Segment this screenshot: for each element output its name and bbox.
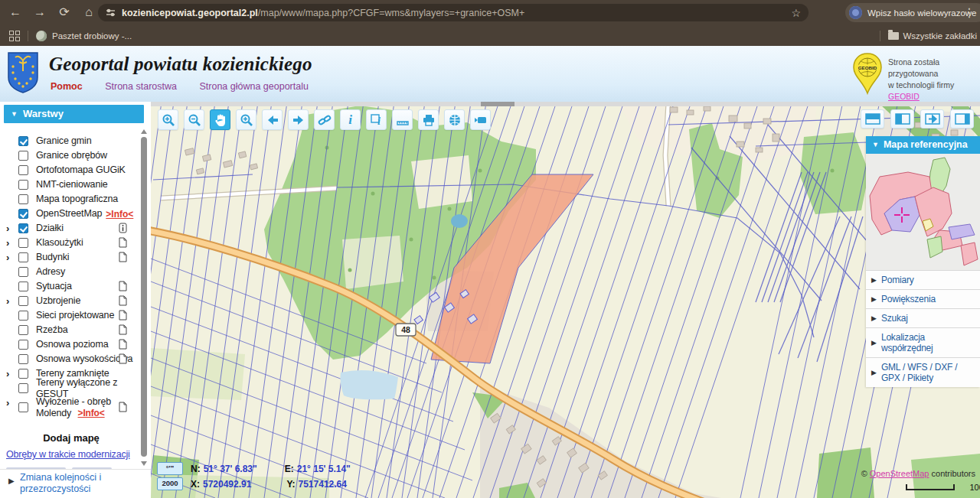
checkbox[interactable] [18, 311, 28, 321]
layer-mapa-topograficzna[interactable]: Mapa topograficzna [6, 192, 139, 207]
checkbox[interactable] [18, 151, 28, 161]
checkbox[interactable] [18, 354, 28, 364]
legend-icon[interactable] [119, 339, 127, 350]
layer-dzialki[interactable]: ›Działki [6, 221, 139, 236]
layer-ortofotomapa[interactable]: Ortofotomapa GUGiK [6, 163, 139, 177]
previous-view-button[interactable] [262, 109, 283, 130]
reference-minimap[interactable] [866, 154, 980, 270]
layers-panel-header[interactable]: ▼Warstwy [4, 105, 144, 123]
layer-osnowa-wysokosciowa[interactable]: Osnowa wysokościowa [6, 352, 139, 366]
link-button[interactable] [314, 109, 335, 130]
expand-icon[interactable]: › [6, 396, 18, 409]
checkbox-checked[interactable] [18, 136, 28, 146]
zoom-in-button[interactable] [158, 109, 178, 130]
checkbox[interactable] [18, 340, 28, 350]
home-icon[interactable]: ⌂ [80, 3, 98, 21]
legend-icon[interactable] [119, 281, 127, 291]
legend-icon[interactable] [119, 237, 127, 248]
scrollbar-thumb[interactable] [141, 137, 147, 457]
layer-nmt[interactable]: NMT-cieniowanie [6, 177, 139, 192]
accordion-powiekszenia[interactable]: ▶Powiększenia [866, 289, 980, 308]
layer-openstreetmap[interactable]: OpenStreetMap>Info< [6, 207, 139, 221]
next-view-button[interactable] [288, 109, 309, 130]
map-horizontal-scrollbar[interactable] [151, 102, 980, 106]
panel-right-button[interactable] [950, 109, 974, 129]
legend-icon[interactable] [119, 324, 127, 335]
layer-rzezba[interactable]: Rzeźba [6, 323, 139, 337]
apps-grid-icon[interactable] [9, 31, 20, 41]
pan-button[interactable] [210, 109, 230, 130]
checkbox-checked[interactable] [18, 223, 28, 233]
scrollbar-thumb[interactable] [481, 102, 514, 106]
layer-budynki[interactable]: ›Budynki [6, 250, 139, 265]
all-bookmarks-button[interactable]: Wszystkie zakładki [903, 31, 978, 41]
layer-granice-obrebow[interactable]: Granice obrębów [6, 148, 139, 163]
checkbox[interactable] [18, 282, 28, 291]
accordion-gml-export[interactable]: ▶GML / WFS / DXF / GPX / Pikiety [866, 357, 980, 387]
checkbox[interactable] [18, 194, 28, 204]
site-settings-icon[interactable] [106, 8, 116, 18]
expand-icon[interactable]: › [6, 367, 18, 380]
reference-map-header[interactable]: ▼Mapa referencyjna [866, 136, 980, 154]
bookmark-item[interactable]: Pasztet drobiowy -... [52, 31, 132, 41]
legend-icon[interactable] [119, 252, 127, 262]
layer-sytuacja[interactable]: Sytuacja [6, 279, 139, 294]
layer-tereny-wylaczone[interactable]: Tereny wyłączone z GESUT [6, 381, 139, 395]
checkbox[interactable] [18, 180, 28, 190]
info-button[interactable]: i [340, 109, 361, 130]
back-icon[interactable]: ← [6, 3, 24, 21]
accordion-lokalizacja[interactable]: ▶Lokalizacja współrzędnej [866, 327, 980, 357]
checkbox[interactable] [18, 252, 28, 262]
layer-wylozenie-molendy[interactable]: › Wyłożenie - obręb Molendy >Info< [6, 395, 139, 422]
geobid-link[interactable]: GEOBID [888, 92, 920, 101]
legend-icon[interactable] [119, 310, 127, 321]
accordion-szukaj[interactable]: ▶Szukaj [866, 308, 980, 327]
bookmark-star-icon[interactable]: ☆ [791, 7, 801, 19]
print-button[interactable] [418, 109, 439, 130]
expand-icon[interactable]: › [6, 251, 18, 264]
order-opacity-section[interactable]: ▶ Zmiana kolejności i przezroczystości [0, 469, 151, 498]
map-viewport[interactable]: 48 i i [151, 102, 980, 498]
modernization-link[interactable]: Obręby w trakcie modernizacji [6, 449, 139, 460]
checkbox[interactable] [18, 325, 28, 335]
checkbox[interactable] [18, 165, 28, 175]
epsg-button[interactable]: 2000 [157, 477, 183, 490]
help-link[interactable]: Pomoc [51, 81, 83, 92]
scroll-down-icon[interactable] [141, 461, 147, 466]
checkbox[interactable] [18, 238, 28, 248]
legend-icon[interactable] [119, 295, 127, 306]
measure-button[interactable] [392, 109, 413, 130]
checkbox[interactable] [18, 402, 28, 412]
info-link[interactable]: >Info< [106, 209, 133, 220]
browser-menu-icon[interactable]: ⋮ [963, 3, 975, 22]
layer-uzbrojenie[interactable]: ›Uzbrojenie [6, 294, 139, 308]
zoom-window-button[interactable] [236, 109, 256, 130]
layer-osnowa-pozioma[interactable]: Osnowa pozioma [6, 337, 139, 352]
zoom-out-button[interactable] [184, 109, 204, 130]
checkbox[interactable] [18, 267, 28, 277]
checkbox-checked[interactable] [18, 209, 28, 219]
scroll-up-icon[interactable] [141, 129, 147, 134]
checkbox[interactable] [18, 383, 28, 393]
checkbox[interactable] [18, 369, 28, 379]
panel-left-button[interactable] [890, 109, 914, 129]
checkbox[interactable] [18, 296, 28, 306]
password-suggestion-pill[interactable]: Wpisz hasło wielowyrazowe [845, 3, 980, 22]
camera-button[interactable] [470, 109, 491, 130]
layer-adresy[interactable]: Adresy [6, 265, 139, 279]
forward-icon[interactable]: → [31, 3, 49, 21]
osm-link[interactable]: OpenStreetMap [870, 469, 929, 478]
info-link[interactable]: >Info< [78, 408, 105, 418]
sidebar-scrollbar[interactable] [140, 129, 148, 466]
expand-icon[interactable]: › [6, 295, 18, 308]
layer-klasouzytki[interactable]: ›Klasoużytki [6, 236, 139, 250]
panel-top-button[interactable] [861, 109, 884, 129]
globe-button[interactable] [444, 109, 465, 130]
legend-icon[interactable] [119, 353, 127, 364]
main-site-link[interactable]: Strona główna geoportalu [199, 81, 308, 92]
metadata-icon[interactable] [119, 223, 127, 233]
address-bar[interactable]: kozienicepowiat.geoportal2.pl/map/www/ma… [98, 4, 808, 21]
layer-sieci-projektowane[interactable]: Sieci projektowane [6, 308, 139, 323]
map-canvas[interactable]: 48 [151, 102, 980, 498]
expand-icon[interactable]: › [6, 222, 18, 235]
